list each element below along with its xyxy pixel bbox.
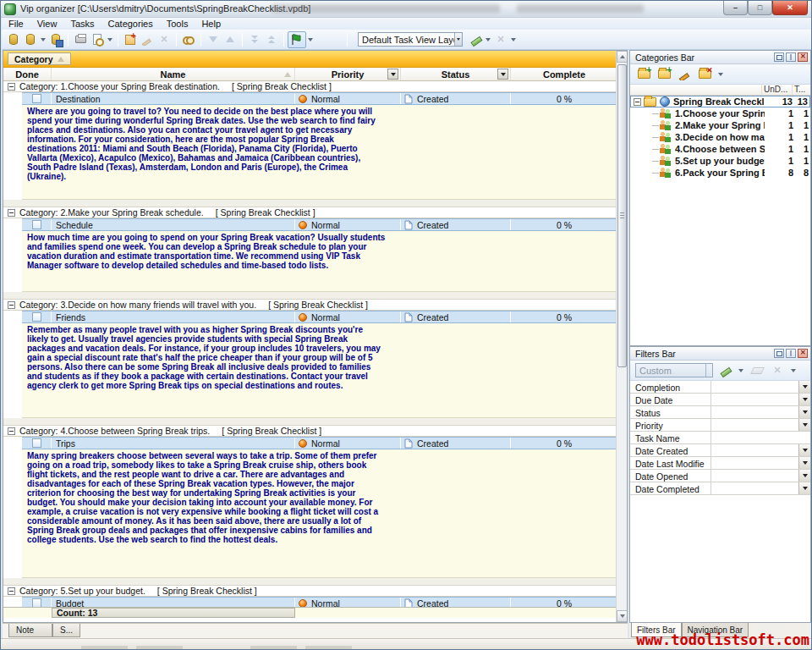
menu-help[interactable]: Help (201, 19, 221, 29)
scrollbar-thumb[interactable] (617, 64, 627, 367)
tree-undone-column[interactable]: UnD... (761, 85, 792, 95)
scroll-down-icon[interactable] (617, 610, 628, 622)
menu-tasks[interactable]: Tasks (70, 19, 94, 29)
group-by-category-button[interactable]: Category (8, 52, 71, 65)
open-database-icon[interactable] (23, 32, 38, 47)
tree-item[interactable]: 1.Choose your Spring Break 1 1 (630, 107, 810, 119)
filter-value-field[interactable] (711, 482, 798, 494)
filter-value-field[interactable] (711, 394, 798, 405)
collapse-icon[interactable] (8, 83, 15, 91)
delete-task-icon[interactable] (156, 32, 172, 47)
move-up-icon[interactable] (222, 32, 238, 47)
clear-filter-icon[interactable] (749, 363, 765, 378)
title-bar[interactable]: Vip organizer [C:\Users\dmitry\Documents… (1, 1, 811, 18)
menu-view[interactable]: View (37, 19, 58, 29)
delete-filter-icon[interactable] (770, 363, 785, 378)
done-checkbox[interactable] (32, 94, 41, 103)
task-row[interactable]: Budget Normal Created 0 % (22, 597, 617, 607)
status-filter-dropdown-icon[interactable] (497, 69, 508, 80)
menu-file[interactable]: File (8, 19, 24, 29)
filter-dropdown-icon[interactable] (798, 406, 810, 418)
panel-restore-icon[interactable] (774, 349, 784, 358)
filter-dropdown-icon[interactable] (798, 444, 810, 456)
filter-value-field[interactable] (711, 470, 798, 482)
edit-category-icon[interactable] (677, 67, 692, 82)
panel-pin-icon[interactable] (786, 52, 796, 62)
collapse-icon[interactable] (634, 98, 641, 106)
move-top-icon[interactable] (264, 32, 279, 47)
print-preview-icon[interactable] (90, 32, 105, 47)
task-row[interactable]: Schedule Normal Created 0 % (22, 218, 617, 231)
collapse-icon[interactable] (8, 209, 15, 217)
filter-dropdown-icon[interactable] (798, 457, 810, 469)
done-checkbox[interactable] (32, 220, 41, 229)
new-database-icon[interactable] (6, 32, 21, 47)
tab-note[interactable]: Note (8, 624, 52, 637)
filter-value-field[interactable] (711, 457, 798, 469)
save-layout-icon[interactable] (468, 32, 483, 47)
priority-filter-dropdown-icon[interactable] (387, 69, 398, 80)
save-layout-dropdown-icon[interactable] (486, 38, 491, 41)
tree-name-column[interactable] (630, 85, 761, 95)
tree-item[interactable]: 2.Make your Spring Break sc 1 1 (630, 119, 810, 131)
category-group-row[interactable]: Category: 4.Choose between Spring Break … (3, 426, 617, 437)
column-header-name[interactable]: Name (52, 68, 295, 80)
toolbar-overflow-icon[interactable] (511, 38, 516, 41)
filter-dropdown-icon[interactable] (798, 482, 810, 494)
new-subcategory-icon[interactable] (656, 67, 672, 82)
edit-task-icon[interactable] (140, 32, 155, 47)
filter-value-field[interactable] (711, 432, 810, 443)
column-header-priority[interactable]: Priority (295, 68, 401, 80)
filter-value-field[interactable] (711, 381, 798, 393)
minimize-button[interactable]: – (723, 1, 748, 15)
new-category-icon[interactable] (636, 67, 651, 82)
scroll-up-icon[interactable] (617, 51, 628, 63)
vertical-scrollbar[interactable] (616, 51, 627, 622)
print-icon[interactable] (73, 32, 88, 47)
task-row[interactable]: Destination Normal Created 0 % (22, 92, 617, 105)
categories-toolbar-overflow-icon[interactable] (718, 73, 723, 76)
panel-pin-icon[interactable] (786, 349, 796, 358)
view-dropdown-icon[interactable] (308, 38, 313, 41)
collapse-icon[interactable] (8, 427, 15, 435)
tree-root-row[interactable]: Spring Break Checklist 13 13 (630, 96, 810, 107)
filter-preset-combo[interactable]: Custom (635, 363, 713, 377)
category-group-row[interactable]: Category: 2.Make your Spring Break sched… (3, 207, 617, 218)
column-header-status[interactable]: Status (401, 68, 511, 80)
tree-item[interactable]: 5.Set up your budget. 1 1 (630, 155, 810, 167)
column-header-done[interactable]: Done (3, 68, 52, 80)
tree-item[interactable]: 6.Pack your Spring Break es 8 8 (630, 167, 810, 179)
delete-layout-icon[interactable] (493, 32, 508, 47)
done-checkbox[interactable] (32, 312, 41, 322)
done-checkbox[interactable] (32, 598, 41, 607)
done-checkbox[interactable] (32, 438, 41, 448)
filters-toolbar-overflow-icon[interactable] (791, 369, 796, 372)
new-task-icon[interactable] (123, 32, 138, 47)
layout-combo[interactable]: Default Task View Layout (358, 32, 463, 47)
tree-item[interactable]: 3.Decide on how many frien 1 1 (630, 131, 810, 143)
task-row[interactable]: Friends Normal Created 0 % (22, 311, 617, 323)
filter-value-field[interactable] (711, 419, 798, 431)
maximize-button[interactable]: □ (748, 1, 772, 15)
filter-value-field[interactable] (711, 406, 798, 418)
layout-combo-dropdown-icon[interactable] (454, 33, 462, 46)
tree-total-column[interactable]: T... (792, 85, 810, 95)
panel-restore-icon[interactable] (774, 52, 784, 62)
category-group-row[interactable]: Category: 3.Decide on how many friends w… (3, 300, 617, 311)
print-dropdown-icon[interactable] (107, 38, 112, 41)
save-filter-icon[interactable] (717, 363, 732, 378)
close-button[interactable]: ✕ (772, 1, 808, 15)
category-group-row[interactable]: Category: 5.Set up your budget. [ Spring… (3, 586, 617, 597)
task-view-mode-button[interactable] (288, 31, 306, 48)
open-database-dropdown-icon[interactable] (41, 38, 46, 41)
filter-dropdown-icon[interactable] (798, 470, 810, 482)
menu-categories[interactable]: Categories (108, 19, 153, 29)
move-bottom-icon[interactable] (247, 32, 262, 47)
tab-subtasks[interactable]: S... (52, 624, 80, 637)
filter-dropdown-icon[interactable] (798, 381, 810, 393)
task-note[interactable]: Where are you going to travel to? You ne… (22, 105, 617, 200)
filter-value-field[interactable] (711, 444, 798, 456)
save-database-icon[interactable] (48, 32, 63, 47)
collapse-icon[interactable] (8, 587, 15, 595)
task-row[interactable]: Trips Normal Created 0 % (22, 437, 617, 449)
